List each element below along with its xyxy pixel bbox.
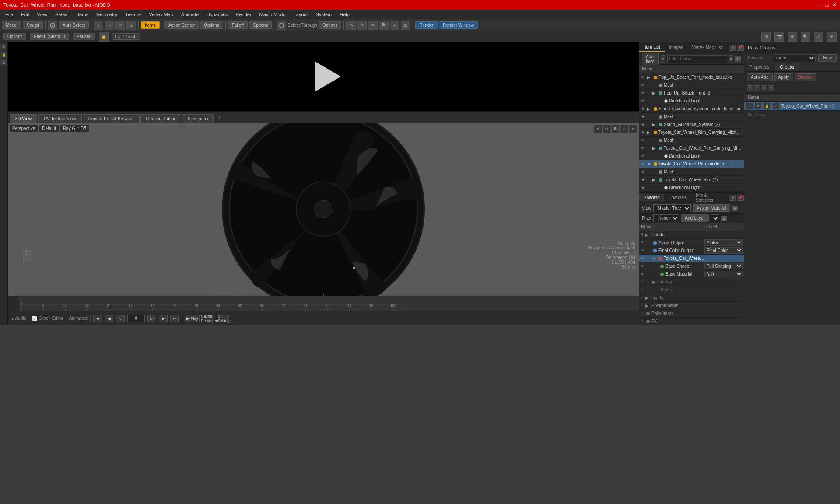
filter-items-input[interactable] xyxy=(667,55,727,63)
tab-groups[interactable]: Groups xyxy=(775,63,800,71)
sh-vis[interactable]: 👁 xyxy=(639,264,645,268)
gi-add-btn[interactable]: ⊞ xyxy=(747,85,753,91)
play-button-large[interactable] xyxy=(315,61,341,92)
menu-geometry[interactable]: Geometry xyxy=(93,11,121,18)
item-row[interactable]: 👁 Mesh xyxy=(639,168,744,176)
group-row[interactable]: ○ 👁 🔒 ✓ Toyota_Car_Wheel_Rim (3) xyxy=(744,102,840,111)
selectthrough-label[interactable]: Select Through xyxy=(287,23,317,28)
render-btn[interactable]: Render xyxy=(415,21,438,29)
sh-vis[interactable]: 👁 xyxy=(639,296,645,300)
vis-eye[interactable]: 👁 xyxy=(641,115,647,119)
menu-file[interactable]: File xyxy=(2,11,17,18)
next-frame-btn[interactable]: ▶ xyxy=(159,315,168,322)
graph-editor-label[interactable]: Graph Editor xyxy=(38,316,63,321)
options-btn-3[interactable]: Options xyxy=(318,21,341,29)
maximize-btn[interactable]: □ xyxy=(826,2,829,8)
selectthrough-icon[interactable] xyxy=(276,21,286,30)
audio-section[interactable]: ♪ Audio xyxy=(11,316,26,321)
close-btn[interactable]: ✕ xyxy=(832,2,836,8)
item-row[interactable]: 👁 ▼ Toyota_Car_Wheel_Rim_modo_b ... xyxy=(639,160,744,168)
tab-schematic[interactable]: Schematic xyxy=(182,114,214,123)
sh-vis[interactable]: 👁 xyxy=(639,233,645,237)
left-tool-grid[interactable]: ⊞ xyxy=(0,59,7,66)
left-tool-eye[interactable]: 👁 xyxy=(0,43,7,50)
new-group-btn[interactable]: New xyxy=(818,54,836,62)
eye-icon[interactable]: 👁 xyxy=(368,21,378,30)
tool2-icon[interactable]: ↔ xyxy=(105,21,114,30)
next-key-btn[interactable]: ▷ xyxy=(147,315,156,322)
menu-dynamics[interactable]: Dynamics xyxy=(203,11,231,18)
baseshader-effect-select[interactable]: Full Shading xyxy=(704,263,743,270)
gi-duplicate-btn[interactable]: □ xyxy=(754,85,760,91)
tool1-icon[interactable]: ↕ xyxy=(94,21,103,30)
tab-properties[interactable]: Properties xyxy=(744,63,775,71)
vis-eye[interactable]: 👁 xyxy=(641,122,647,127)
shading-pin-btn[interactable]: 📌 xyxy=(737,195,744,201)
filter-items-icon[interactable]: ≡ xyxy=(729,55,733,63)
vis-eye[interactable]: 👁 xyxy=(641,162,647,166)
menu-render[interactable]: Render xyxy=(232,11,255,18)
basematerial-effect-select[interactable]: (all) xyxy=(704,271,743,277)
settings2-icon[interactable]: ⚙ xyxy=(357,21,367,30)
vis-eye[interactable]: 👁 xyxy=(641,107,647,111)
timeline-ruler[interactable]: 0 6 12 18 24 30 36 42 48 xyxy=(19,296,639,311)
sh-vis[interactable]: 👁 xyxy=(639,288,645,292)
render-window-btn[interactable]: Render Window xyxy=(439,21,478,29)
sh-row-toyotarim[interactable]: 👁 ▼ Toyota_Car_Wheel_Rim (2) xyxy=(639,255,744,262)
sh-vis[interactable]: 👁 xyxy=(639,280,645,284)
item-row[interactable]: 👁 ▶ Toyota_Car_Wheel_Rim_Carrying_Miche.… xyxy=(639,129,744,136)
options-btn-1[interactable]: Options xyxy=(200,21,223,29)
tab-channels[interactable]: Channels xyxy=(664,194,691,201)
sh-row-finalcolor[interactable]: 👁 Final Color Output Final Color xyxy=(639,247,744,255)
gi-settings-btn[interactable]: ⚙ xyxy=(768,85,774,91)
vis-eye[interactable]: 👁 xyxy=(641,178,647,182)
vis-eye[interactable]: 👁 xyxy=(641,154,647,158)
item-row[interactable]: 👁 ▶ Toyota_Car_Wheel_Rim_Carrying_Mic... xyxy=(639,144,744,152)
group-eye-icon[interactable]: 👁 xyxy=(755,102,762,109)
panel-settings-btn[interactable]: ⚙ xyxy=(729,45,736,51)
menu-animate[interactable]: Animate xyxy=(178,11,202,18)
options-label-btn[interactable]: Options xyxy=(4,33,26,40)
group-lock-icon[interactable]: 🔒 xyxy=(763,102,770,109)
vis-eye[interactable]: 👁 xyxy=(641,83,647,88)
items-btn[interactable]: Items xyxy=(141,21,159,29)
mode-sculpt-btn[interactable]: Sculpt xyxy=(23,21,43,29)
item-row[interactable]: 👁 ▶ Stand_Guidance_System (2) xyxy=(639,121,744,129)
sh-vis[interactable]: 👁 xyxy=(639,256,645,260)
alpha-effect-select[interactable]: Alpha xyxy=(704,239,743,246)
add-layer-btn[interactable]: Add Layer xyxy=(681,214,709,222)
vp-gear-icon[interactable]: ≡ xyxy=(629,125,637,133)
vis-eye[interactable]: 👁 xyxy=(641,91,647,95)
sh-row-environments[interactable]: 👁 ▶ Environments xyxy=(639,302,744,310)
item-row[interactable]: 👁 ▶ Pop_Up_Beach_Tent (2) xyxy=(639,89,744,97)
mode-model-btn[interactable]: Model xyxy=(2,21,21,29)
autoselect-label[interactable]: Auto Select xyxy=(59,21,89,29)
item-list[interactable]: 👁 ▶ Pop_Up_Beach_Tent_modo_base.lxo 👁 Me… xyxy=(639,74,744,192)
goto-start-btn[interactable]: ⏮ xyxy=(93,315,102,322)
vis-eye[interactable]: 👁 xyxy=(641,138,647,143)
sh-row-nodes[interactable]: 👁 Nodes xyxy=(639,286,744,294)
shading-settings-btn[interactable]: ⚙ xyxy=(729,195,736,201)
passes-select[interactable]: (none) xyxy=(774,54,816,62)
menu-texture[interactable]: Texture xyxy=(122,11,144,18)
play-btn[interactable]: ▶ Play xyxy=(185,315,200,322)
lock-icon[interactable]: 🔒 xyxy=(99,32,108,42)
menu-vertexmap[interactable]: Vertex Map xyxy=(145,11,177,18)
sh-vis[interactable]: 👁 xyxy=(639,319,645,323)
sh-row-alpha[interactable]: 👁 Alpha Output Alpha xyxy=(639,239,744,247)
menu-items[interactable]: Items xyxy=(73,11,92,18)
apply-btn[interactable]: Apply xyxy=(774,74,793,81)
viewport-3d[interactable]: Perspective Default Ray GL: Off ⚙ ⟳ 🔍 ⤢ … xyxy=(8,123,639,296)
tool3-icon[interactable]: ⟳ xyxy=(116,21,125,30)
sh-vis[interactable]: 👁 xyxy=(639,304,645,308)
item-row[interactable]: 👁 Mesh xyxy=(639,81,744,89)
item-row[interactable]: 👁 Directional Light xyxy=(639,97,744,105)
sh-row-basematerial[interactable]: 👁 Base Material (all) xyxy=(639,270,744,278)
tab-item-list[interactable]: Item List xyxy=(639,43,665,52)
audio-label[interactable]: Audio xyxy=(15,316,27,321)
filter-badge[interactable]: S xyxy=(735,56,741,62)
options-btn-2[interactable]: Options xyxy=(249,21,272,29)
item-row[interactable]: 👁 Directional Light xyxy=(639,152,744,160)
left-tool-lock[interactable]: 🔒 xyxy=(0,51,7,58)
group-expand-icon[interactable]: ○ xyxy=(746,102,753,109)
